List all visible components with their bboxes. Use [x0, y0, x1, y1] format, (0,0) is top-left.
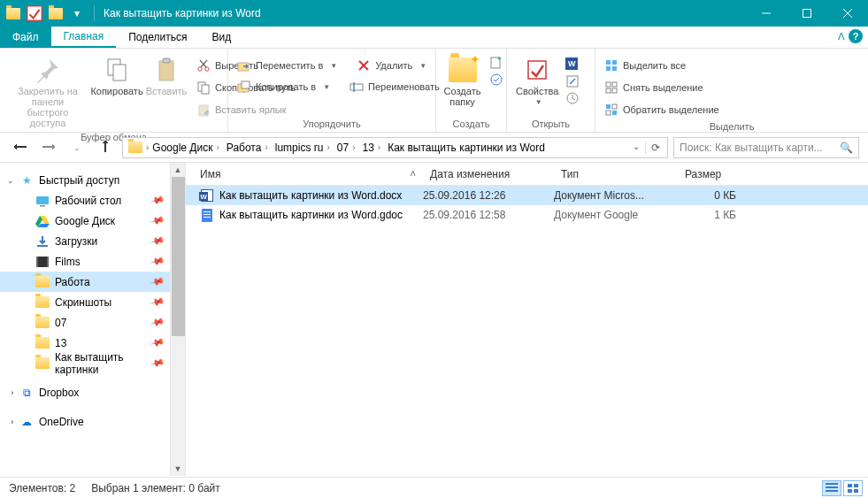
svg-rect-43 — [36, 257, 38, 267]
paste-button[interactable]: Вставить — [143, 54, 189, 98]
recent-locations-button[interactable]: ⌄ — [65, 136, 88, 159]
copy-to-button[interactable]: Копировать в▼ — [234, 77, 334, 96]
svg-rect-38 — [612, 111, 617, 115]
sidebar-onedrive[interactable]: ⌄ ☁ OneDrive — [0, 411, 185, 432]
svg-rect-36 — [612, 104, 617, 109]
view-icons-button[interactable] — [843, 480, 863, 496]
forward-button[interactable]: 🠖 — [37, 136, 60, 159]
search-input[interactable]: Поиск: Как вытащить карти... 🔍 — [673, 137, 859, 158]
edit-icon[interactable] — [565, 74, 580, 88]
sidebar-item-label: 13 — [55, 337, 66, 349]
sidebar-dropbox[interactable]: ⌄ ⧉ Dropbox — [0, 382, 185, 402]
tab-home[interactable]: Главная — [51, 27, 117, 48]
file-row[interactable]: Как вытащить картинки из Word.docx 25.09… — [186, 186, 868, 205]
tab-view[interactable]: Вид — [199, 27, 243, 48]
breadcrumb-seg-4[interactable]: 13› — [358, 138, 384, 157]
invert-selection-button[interactable]: Обратить выделение — [601, 100, 723, 119]
file-type: Документ Google — [547, 209, 671, 221]
close-button[interactable] — [827, 0, 868, 27]
scroll-thumb[interactable] — [172, 177, 185, 336]
pin-icon: 📌 — [150, 294, 166, 310]
file-type: Документ Micros... — [547, 189, 671, 202]
status-count: Элементов: 2 — [9, 482, 75, 494]
file-date: 25.09.2016 12:58 — [416, 209, 547, 221]
delete-icon — [357, 58, 371, 73]
svg-rect-28 — [612, 60, 617, 65]
desktop-icon — [35, 194, 50, 208]
sidebar-item-8[interactable]: Как вытащить картинки📌 — [0, 353, 185, 373]
paste-shortcut-button[interactable]: Вставить ярлык — [193, 100, 299, 119]
scroll-down-icon[interactable]: ▼ — [171, 461, 185, 476]
downloads-icon — [35, 234, 50, 249]
properties-button[interactable]: Свойства ▼ — [512, 54, 562, 108]
new-group-label: Создать — [442, 117, 501, 132]
svg-rect-46 — [826, 487, 838, 488]
back-button[interactable]: 🠔 — [9, 136, 32, 159]
svg-rect-50 — [848, 489, 852, 493]
file-row[interactable]: Как вытащить картинки из Word.gdoc 25.09… — [186, 205, 868, 225]
sidebar-item-2[interactable]: Загрузки📌 — [0, 231, 185, 251]
sidebar-item-5[interactable]: Скриншоты📌 — [0, 292, 185, 312]
copy-to-icon — [237, 80, 251, 94]
copy-button[interactable]: Копировать — [94, 54, 140, 98]
open-word-icon[interactable]: W — [565, 57, 580, 72]
file-name: Как вытащить картинки из Word.gdoc — [219, 209, 403, 221]
address-bar: 🠔 🠖 ⌄ 🠕 › Google Диск› Работа› lumpics r… — [0, 133, 868, 163]
collapse-ribbon-icon[interactable]: ᐱ — [838, 31, 845, 42]
sidebar-item-3[interactable]: Films📌 — [0, 251, 185, 272]
qat-new-folder-icon[interactable] — [46, 4, 65, 23]
maximize-button[interactable] — [787, 0, 827, 27]
column-size[interactable]: Размер — [678, 163, 757, 185]
qat-dropdown-icon[interactable]: ▾ — [67, 4, 87, 23]
sidebar-item-0[interactable]: Рабочий стол📌 — [0, 190, 185, 211]
file-pane: Имяᐱ Дата изменения Тип Размер Как вытащ… — [186, 163, 868, 476]
breadcrumb-seg-3[interactable]: 07› — [334, 138, 359, 157]
tab-file[interactable]: Файл — [0, 27, 51, 48]
breadcrumb-seg-2[interactable]: lumpics ru› — [272, 138, 334, 157]
move-to-button[interactable]: Переместить в▼ — [234, 56, 341, 75]
tab-share[interactable]: Поделиться — [116, 27, 199, 48]
app-folder-icon — [4, 4, 23, 23]
view-details-button[interactable] — [822, 480, 841, 496]
sidebar-scrollbar[interactable]: ▲ ▼ — [170, 163, 185, 476]
statusbar: Элементов: 2 Выбран 1 элемент: 0 байт — [0, 477, 868, 498]
refresh-icon[interactable]: ⟳ — [645, 142, 665, 154]
easy-access-icon[interactable] — [489, 73, 503, 87]
minimize-button[interactable] — [746, 0, 787, 27]
column-name[interactable]: Имяᐱ — [193, 163, 423, 185]
svg-rect-34 — [612, 88, 617, 93]
breadcrumb-seg-1[interactable]: Работа› — [223, 138, 272, 157]
select-none-button[interactable]: Снять выделение — [601, 78, 723, 97]
column-date[interactable]: Дата изменения — [423, 163, 554, 185]
qat-properties-icon[interactable] — [25, 4, 44, 23]
sidebar-item-4[interactable]: Работа📌 — [0, 272, 185, 292]
films-icon — [35, 255, 50, 269]
sidebar-item-1[interactable]: Google Диск📌 — [0, 211, 185, 231]
scroll-up-icon[interactable]: ▲ — [171, 163, 185, 177]
help-icon[interactable]: ? — [849, 29, 863, 43]
breadcrumb-seg-5[interactable]: Как вытащить картинки из Word — [384, 138, 549, 157]
history-icon[interactable] — [565, 91, 580, 105]
breadcrumb-seg-0[interactable]: Google Диск› — [149, 138, 222, 157]
column-type[interactable]: Тип — [554, 163, 678, 185]
select-all-button[interactable]: Выделить все — [601, 56, 723, 75]
breadcrumb-dropdown-icon[interactable]: ⌄ — [629, 142, 643, 154]
pin-icon: 📌 — [150, 212, 166, 228]
svg-rect-12 — [202, 85, 209, 94]
new-item-icon[interactable]: ✦ — [489, 56, 503, 70]
breadcrumb[interactable]: › Google Диск› Работа› lumpics ru› 07› 1… — [122, 137, 668, 158]
pin-icon: 📌 — [150, 192, 166, 208]
new-folder-button[interactable]: Создать папку — [440, 54, 486, 109]
pin-to-quick-access-button[interactable]: Закрепить на панели быстрого доступа — [5, 54, 90, 130]
sidebar-item-6[interactable]: 07📌 — [0, 312, 185, 333]
new-folder-icon — [449, 56, 477, 84]
svg-rect-37 — [606, 111, 611, 115]
sidebar-item-label: Скриншоты — [55, 296, 111, 309]
sidebar-quick-access[interactable]: ⌄ ★ Быстрый доступ — [0, 170, 185, 190]
up-button[interactable]: 🠕 — [94, 136, 117, 159]
select-group-label: Выделить — [601, 119, 863, 134]
rename-button[interactable]: Переименовать — [346, 77, 443, 96]
file-name: Как вытащить картинки из Word.docx — [219, 189, 402, 202]
delete-button[interactable]: Удалить▼ — [353, 56, 430, 75]
svg-rect-30 — [612, 66, 617, 71]
